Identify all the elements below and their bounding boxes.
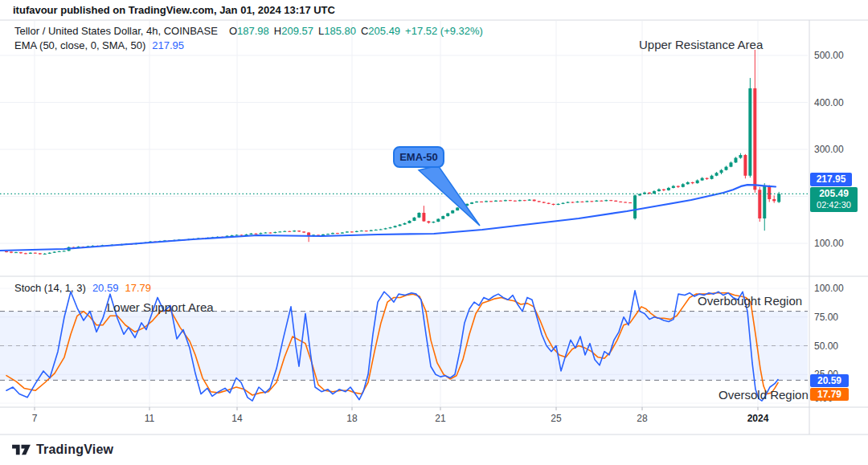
time-axis-label: 2024 xyxy=(738,413,778,424)
time-axis-label: 21 xyxy=(420,413,461,424)
time-axis-label: 14 xyxy=(217,413,257,424)
price-axis-label: 500.00 xyxy=(814,50,844,61)
tradingview-logo[interactable]: TradingView xyxy=(11,442,113,457)
last-price-value: 205.49 xyxy=(810,188,858,200)
symbol-title: Tellor / United States Dollar, 4h, COINB… xyxy=(14,25,218,37)
ema50-callout-label[interactable]: EMA-50 xyxy=(393,146,444,168)
ohlc-high: H209.57 xyxy=(274,25,313,37)
price-axis-label: 400.00 xyxy=(814,97,844,108)
publish-header: itufavour published on TradingView.com, … xyxy=(13,4,335,16)
lower-support-annotation: Lower Support Area xyxy=(107,300,214,314)
overbought-annotation: Overbought Region xyxy=(698,294,802,308)
stoch-k-value: 20.59 xyxy=(92,282,119,294)
ema-price-badge: 217.95 xyxy=(810,173,852,186)
stoch-axis-label: 50.00 xyxy=(814,341,838,352)
ema-legend-label: EMA (50, close, 0, SMA, 50) xyxy=(14,39,145,51)
ema-legend-value: 217.95 xyxy=(152,39,184,51)
time-axis-label: 7 xyxy=(14,413,55,424)
tradingview-snapshot: itufavour published on TradingView.com, … xyxy=(0,0,868,465)
stoch-legend[interactable]: Stoch (14, 1, 3)20.5917.79 xyxy=(14,282,151,294)
price-axis-label: 300.00 xyxy=(814,144,844,155)
stoch-k-badge: 20.59 xyxy=(810,374,849,387)
ohlc-low: L185.80 xyxy=(318,25,356,37)
tradingview-mark-icon xyxy=(11,442,31,457)
tradingview-wordmark: TradingView xyxy=(36,443,113,457)
symbol-legend[interactable]: Tellor / United States Dollar, 4h, COINB… xyxy=(14,25,483,37)
stoch-axis-label: 75.00 xyxy=(814,312,838,323)
bar-countdown: 02:42:30 xyxy=(810,200,858,210)
time-axis-label: 28 xyxy=(622,413,662,424)
time-axis-label: 18 xyxy=(332,413,372,424)
stoch-d-badge: 17.79 xyxy=(810,388,849,401)
ema-legend[interactable]: EMA (50, close, 0, SMA, 50)217.95 xyxy=(14,39,184,51)
time-axis-label: 11 xyxy=(129,413,170,424)
price-change: +17.52 (+9.32%) xyxy=(405,25,483,37)
ohlc-close: C205.49 xyxy=(361,25,400,37)
price-axis-label: 100.00 xyxy=(814,238,844,249)
ohlc-open: O187.98 xyxy=(229,25,269,37)
stoch-d-value: 17.79 xyxy=(125,282,151,294)
stoch-legend-label: Stoch (14, 1, 3) xyxy=(14,282,86,294)
last-price-badge: 205.49 02:42:30 xyxy=(810,187,858,212)
upper-resistance-annotation: Upper Resistance Area xyxy=(639,38,763,51)
oversold-annotation: Oversold Region xyxy=(719,388,809,402)
time-axis-label: 25 xyxy=(536,413,576,424)
stoch-axis-label: 100.00 xyxy=(814,283,844,294)
